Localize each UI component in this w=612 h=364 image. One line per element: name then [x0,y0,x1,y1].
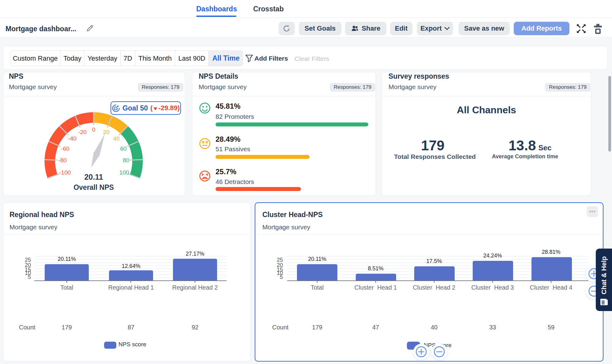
svg-text:80: 80 [123,157,129,163]
svg-text:20: 20 [103,129,109,135]
svg-text:-40: -40 [68,135,76,142]
svg-text:-20: -20 [78,129,86,135]
svg-text:40: 40 [113,135,120,142]
svg-text:-60: -60 [61,145,69,152]
svg-text:-80: -80 [58,157,66,163]
svg-text:0: 0 [92,126,96,133]
svg-text:60: 60 [120,145,126,152]
